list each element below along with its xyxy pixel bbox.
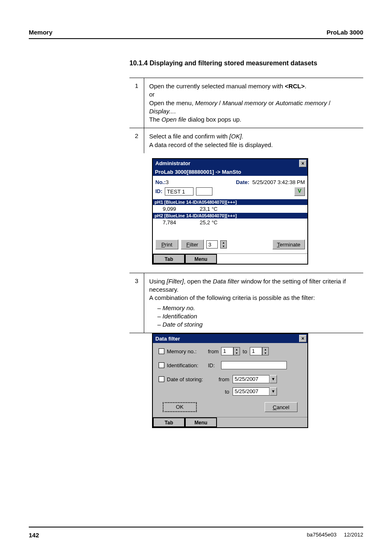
print-rest: rint	[165, 242, 172, 248]
date-of-storing-checkbox[interactable]	[159, 376, 164, 382]
step1-l3b: dialog box pops up.	[186, 116, 241, 123]
spinner-down-icon[interactable]: ▼	[221, 244, 226, 248]
dialog2-title: Data filter	[155, 336, 180, 342]
filter-rest: ilter	[190, 242, 198, 248]
cancel-u: C	[273, 404, 277, 410]
ok-ref: [OK]	[229, 133, 242, 140]
ph1-val2: 23,1 °C	[200, 206, 237, 212]
date-from-label: from	[216, 376, 233, 382]
from-label: from	[208, 348, 221, 355]
cancel-button[interactable]: Cancel	[265, 402, 297, 412]
ph2-val2: 25,2 °C	[200, 219, 237, 226]
spinner-control[interactable]: ▲▼	[220, 240, 227, 249]
step1-or: or	[149, 91, 154, 98]
page-footer: 142 ba75645e03 12/2012	[29, 527, 363, 539]
step-1-number: 1	[129, 78, 144, 128]
spinner-down-icon[interactable]: ▼	[234, 351, 240, 355]
administrator-dialog: Administrator × ProLab 3000[88880001] ->…	[152, 158, 308, 265]
rcl-key: <RCL>	[285, 83, 304, 90]
header-rule	[29, 38, 363, 39]
step1-text: Open the currently selected manual memor…	[149, 83, 285, 90]
menu-button[interactable]: Menu	[185, 254, 217, 264]
page-number: 142	[29, 532, 39, 539]
open-file-em: Open file	[161, 116, 186, 123]
ok-button[interactable]: OK	[163, 402, 197, 412]
dialog1-title: Administrator	[155, 160, 190, 166]
date-label: Date:	[236, 179, 249, 185]
dialog1-subtitle: ProLab 3000[88880001] -> ManSto	[153, 168, 307, 176]
close-icon-2[interactable]: ×	[299, 335, 307, 342]
print-u: P	[161, 242, 165, 248]
memory-from-input[interactable]: 1	[221, 347, 233, 355]
ph1-val1: 9,099	[163, 206, 200, 212]
terminate-rest: erminate	[279, 242, 300, 248]
close-icon[interactable]: ×	[299, 160, 307, 167]
print-button[interactable]: Print	[155, 240, 178, 249]
memory-no-checkbox[interactable]	[159, 348, 164, 354]
id-input[interactable]: TEST 1	[165, 187, 194, 196]
step1-l2a: Open the menu,	[149, 99, 195, 106]
section-title: 10.1.4 Displaying and filtering stored m…	[129, 60, 363, 67]
spinner-down-icon[interactable]: ▼	[263, 351, 268, 355]
date-to-label: to	[216, 389, 233, 395]
step1-l3a: The	[149, 116, 161, 123]
identification-label: Identification:	[167, 362, 208, 368]
step2-l2: A data record of the selected file is di…	[149, 141, 273, 148]
ph2-header: pH2 [BlueLine 14-ID/A054804070][+++]	[153, 213, 307, 219]
filter-u: F	[187, 242, 190, 248]
date-value: 5/25/2007 3:42:38 PM	[252, 179, 305, 185]
step1-dot: .	[174, 108, 176, 115]
memory-from-spinner[interactable]: ▲▼	[233, 347, 240, 355]
identification-input[interactable]	[221, 361, 287, 369]
id-input-2[interactable]	[196, 187, 212, 196]
menu-display: Display...	[149, 108, 174, 115]
step2-l1a: Select a file and confirm with	[149, 133, 229, 140]
filter-button[interactable]: Filter	[181, 240, 204, 249]
spinner-up-icon[interactable]: ▲	[263, 348, 268, 351]
no-value: 3	[166, 179, 168, 185]
data-filter-ref: Data filter	[213, 278, 239, 285]
data-filter-dialog: Data filter × Memory no.: from 1 ▲▼ to 1…	[152, 333, 308, 428]
sep3: /	[327, 99, 330, 106]
spinner-up-icon[interactable]: ▲	[234, 348, 240, 351]
identification-checkbox[interactable]	[159, 362, 164, 368]
no-label: No.:	[155, 179, 166, 185]
step2-dot: .	[242, 133, 243, 140]
step-3-body: Using [Filter], open the Data filter win…	[144, 273, 363, 333]
v-button[interactable]: V	[294, 187, 305, 196]
date-from-dropdown-icon[interactable]: ▼	[270, 375, 277, 383]
menu-button-2[interactable]: Menu	[185, 417, 217, 427]
id-sub-label: ID:	[208, 362, 221, 368]
date-from-input[interactable]: 5/25/2007	[233, 375, 270, 383]
ph1-row: 9,099 23,1 °C	[153, 205, 307, 213]
menu-manual-memory: Manual memory	[222, 99, 267, 106]
date-to-input[interactable]: 5/25/2007	[233, 387, 270, 396]
step-2-body: Select a file and confirm with [OK]. A d…	[144, 128, 363, 153]
tab-button[interactable]: Tab	[153, 254, 185, 264]
spinner-up-icon[interactable]: ▲	[221, 241, 226, 244]
header-left: Memory	[29, 29, 53, 36]
spinner-value[interactable]: 3	[206, 240, 218, 249]
bullet-date-of-storing: Date of storing	[157, 320, 358, 329]
date-of-storing-label: Date of storing:	[167, 376, 216, 382]
menu-memory: Memory	[195, 99, 217, 106]
id-label: ID:	[155, 188, 162, 194]
terminate-button[interactable]: Terminate	[272, 240, 305, 249]
bullet-memory-no: Memory no.	[157, 304, 358, 312]
to-label: to	[240, 348, 250, 355]
doc-id: ba75645e03	[307, 532, 337, 538]
ph2-row: 7,784 25,2 °C	[153, 219, 307, 226]
cancel-rest: ancel	[277, 404, 289, 410]
date-to-dropdown-icon[interactable]: ▼	[270, 387, 277, 396]
memory-no-label: Memory no.:	[167, 348, 208, 355]
memory-to-spinner[interactable]: ▲▼	[262, 347, 269, 355]
bullet-identification: Identification	[157, 312, 358, 320]
ph2-val1: 7,784	[163, 219, 200, 226]
filter-ref: [Filter]	[167, 278, 184, 285]
step-3-number: 3	[129, 273, 144, 333]
tab-button-2[interactable]: Tab	[153, 417, 185, 427]
memory-to-input[interactable]: 1	[250, 347, 262, 355]
s3-l2: A combination of the following criteria …	[149, 294, 315, 301]
header-right: ProLab 3000	[327, 29, 363, 36]
s3-l1b: , open the	[184, 278, 213, 285]
